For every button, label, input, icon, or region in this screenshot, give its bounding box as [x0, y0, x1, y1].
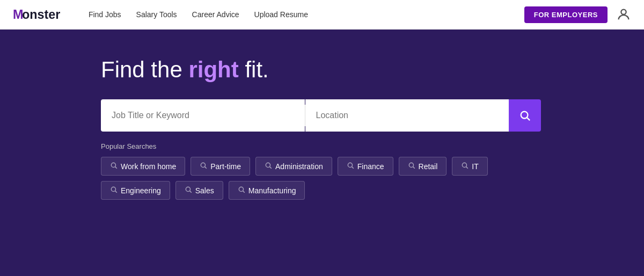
svg-point-7 — [201, 163, 206, 168]
svg-point-5 — [111, 163, 115, 168]
search-tag-icon — [200, 162, 207, 171]
search-tag-icon — [238, 186, 245, 195]
popular-search-tag[interactable]: Work from home — [101, 157, 185, 176]
nav-find-jobs[interactable]: Find Jobs — [89, 10, 121, 19]
svg-line-4 — [527, 118, 530, 121]
search-tag-icon — [110, 186, 118, 195]
popular-search-tag[interactable]: Sales — [175, 181, 223, 200]
popular-search-tag[interactable]: Part-time — [191, 157, 250, 176]
search-tag-icon — [461, 162, 469, 171]
svg-point-2 — [621, 10, 626, 14]
location-input[interactable] — [305, 99, 509, 132]
svg-line-12 — [352, 167, 353, 169]
user-icon[interactable] — [616, 7, 631, 22]
tag-label: Administration — [275, 162, 323, 171]
tag-label: Manufacturing — [248, 186, 296, 195]
tag-label: Part-time — [210, 162, 241, 171]
nav-career-advice[interactable]: Career Advice — [192, 10, 239, 19]
search-icon — [519, 110, 531, 121]
nav-links: Find Jobs Salary Tools Career Advice Upl… — [89, 10, 308, 19]
popular-searches-label: Popular Searches — [101, 142, 156, 150]
svg-line-6 — [115, 167, 117, 169]
tag-label: Engineering — [121, 186, 161, 195]
search-tag-icon — [347, 162, 354, 171]
svg-line-18 — [115, 191, 117, 193]
svg-point-3 — [521, 112, 528, 119]
svg-point-19 — [186, 187, 190, 192]
tags-container: Work from homePart-timeAdministrationFin… — [101, 157, 541, 200]
hero-section: Find the right fit. Popular Searches Wor… — [0, 30, 644, 276]
logo[interactable]: M onster — [13, 7, 71, 22]
nav-salary-tools[interactable]: Salary Tools — [136, 10, 177, 19]
job-keyword-input[interactable] — [101, 99, 305, 132]
popular-search-tag[interactable]: Retail — [399, 157, 447, 176]
hero-title-bold: right — [188, 57, 238, 82]
search-tag-icon — [265, 162, 272, 171]
svg-line-22 — [243, 191, 244, 193]
svg-point-21 — [239, 187, 243, 192]
svg-point-9 — [266, 163, 270, 168]
svg-point-11 — [348, 163, 352, 168]
popular-search-tag[interactable]: Finance — [338, 157, 393, 176]
popular-search-tag[interactable]: Manufacturing — [229, 181, 305, 200]
header-left: M onster Find Jobs Salary Tools Career A… — [13, 7, 308, 22]
search-tag-icon — [110, 162, 118, 171]
svg-point-13 — [409, 163, 413, 168]
tag-label: Retail — [419, 162, 438, 171]
hero-title-part1: Find the — [101, 57, 188, 82]
search-bar — [101, 99, 541, 132]
popular-search-tag[interactable]: Administration — [255, 157, 332, 176]
svg-line-16 — [466, 167, 468, 169]
svg-text:onster: onster — [22, 8, 60, 21]
nav-upload-resume[interactable]: Upload Resume — [254, 10, 308, 19]
tag-label: IT — [472, 162, 478, 171]
svg-line-10 — [270, 167, 272, 169]
search-tag-icon — [408, 162, 415, 171]
header-right: FOR EMPLOYERS — [524, 6, 631, 23]
svg-point-15 — [463, 163, 467, 168]
tag-label: Work from home — [121, 162, 176, 171]
popular-search-tag[interactable]: IT — [452, 157, 487, 176]
svg-line-8 — [205, 167, 207, 169]
svg-line-20 — [189, 191, 191, 193]
tag-label: Sales — [195, 186, 214, 195]
tag-label: Finance — [357, 162, 384, 171]
search-tag-icon — [185, 186, 192, 195]
hero-title-part2: fit. — [239, 57, 269, 82]
header: M onster Find Jobs Salary Tools Career A… — [0, 0, 644, 30]
search-button[interactable] — [509, 99, 541, 132]
hero-title: Find the right fit. — [101, 56, 269, 83]
popular-search-tag[interactable]: Engineering — [101, 181, 170, 200]
svg-point-17 — [111, 187, 115, 192]
svg-line-14 — [413, 167, 414, 169]
for-employers-button[interactable]: FOR EMPLOYERS — [524, 6, 608, 23]
